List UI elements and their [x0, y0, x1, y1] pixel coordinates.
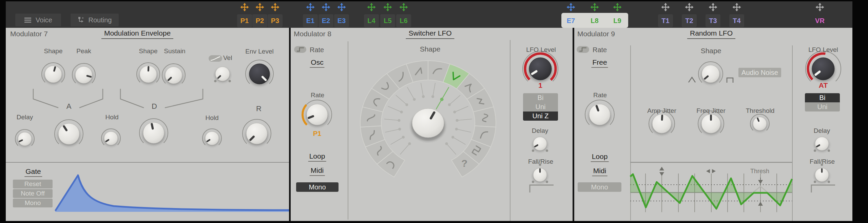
mod9-rate-sync-toggle[interactable] — [577, 46, 589, 53]
tab-label-l4[interactable]: L4 — [364, 14, 379, 27]
tab-label-e1[interactable]: E1 — [303, 14, 318, 27]
tab-p1[interactable]: P1 — [237, 3, 252, 27]
mod7-shape1-knob[interactable] — [42, 63, 65, 84]
tab-label-p2[interactable]: P2 — [252, 14, 267, 27]
mod9-fall-rise-knob[interactable] — [814, 164, 830, 183]
mod8-fall-rise-knob[interactable] — [532, 164, 548, 183]
audio-noise-button[interactable]: Audio Noise — [738, 68, 781, 77]
mod8-midi-selector[interactable]: Midi — [310, 166, 325, 176]
tab-p2[interactable]: P2 — [252, 3, 267, 27]
mod9-polarity-uni[interactable]: Uni — [805, 102, 840, 112]
tab-label-e2[interactable]: E2 — [319, 14, 333, 27]
move-handle-icon[interactable] — [255, 3, 264, 12]
mod9-threshold-knob[interactable] — [750, 114, 769, 131]
move-handle-icon[interactable] — [337, 3, 346, 12]
tab-label-e3[interactable]: E3 — [334, 14, 349, 27]
move-handle-icon[interactable] — [240, 3, 249, 12]
mod8-polarity-uni[interactable]: Uni — [523, 102, 558, 112]
envelope-display[interactable] — [55, 175, 289, 212]
tab-e7[interactable]: E7 — [563, 3, 578, 27]
move-handle-icon[interactable] — [367, 3, 376, 12]
tab-p3[interactable]: P3 — [268, 3, 283, 27]
tab-label-l5[interactable]: L5 — [380, 14, 395, 27]
rate-left-handle[interactable] — [706, 169, 710, 173]
mod7-delay-knob[interactable] — [15, 129, 34, 147]
mod9-rate-knob[interactable] — [585, 100, 614, 127]
mod7-peak-knob[interactable] — [72, 63, 95, 85]
mod7-sustain-knob[interactable] — [162, 64, 185, 85]
move-handle-icon[interactable] — [732, 3, 741, 12]
move-handle-icon[interactable] — [590, 3, 599, 12]
mod8-mono-button[interactable]: Mono — [296, 182, 339, 192]
mod9-rate-mode-selector[interactable]: Free — [591, 58, 608, 68]
tab-label-l8[interactable]: L8 — [587, 14, 602, 27]
move-handle-icon[interactable] — [566, 3, 575, 12]
mod7-shape2-knob[interactable] — [137, 63, 160, 84]
tab-label-t4[interactable]: T4 — [729, 14, 744, 27]
move-handle-icon[interactable] — [271, 3, 279, 12]
mod7-release-knob[interactable] — [243, 119, 271, 146]
move-handle-icon[interactable] — [661, 3, 670, 12]
mod8-polarity-bi[interactable]: Bi — [523, 93, 558, 102]
tab-label-t1[interactable]: T1 — [658, 14, 673, 27]
tab-e1[interactable]: E1 — [303, 3, 318, 27]
mod9-midi-selector[interactable]: Midi — [592, 167, 607, 176]
mod8-delay-knob[interactable] — [532, 137, 548, 152]
mod9-loop-selector[interactable]: Loop — [591, 153, 609, 162]
mod8-lfo-level-knob[interactable] — [523, 51, 558, 82]
rate-right-handle[interactable] — [712, 169, 716, 173]
mod7-env-level-knob[interactable] — [246, 60, 273, 86]
mod7-attack-knob[interactable] — [55, 120, 83, 146]
mod8-rate-mode-selector[interactable]: Osc — [310, 58, 324, 68]
tab-l6[interactable]: L6 — [396, 3, 411, 27]
move-handle-icon[interactable] — [613, 3, 622, 12]
tab-label-vr[interactable]: VR — [812, 14, 827, 27]
gate-selector[interactable]: Gate — [24, 167, 42, 177]
tab-label-e7[interactable]: E7 — [563, 14, 578, 27]
tab-t3[interactable]: T3 — [706, 3, 720, 27]
tab-label-t2[interactable]: T2 — [682, 14, 697, 27]
mod9-shape-knob[interactable] — [698, 62, 723, 84]
tab-l5[interactable]: L5 — [380, 3, 395, 27]
move-handle-icon[interactable] — [306, 3, 315, 12]
mod7-decay-knob[interactable] — [139, 119, 168, 145]
tab-label-l9[interactable]: L9 — [610, 14, 625, 27]
mod7-hold2-knob[interactable] — [202, 129, 221, 146]
tab-t1[interactable]: T1 — [658, 3, 673, 27]
tab-l9[interactable]: L9 — [610, 3, 625, 27]
move-handle-icon[interactable] — [322, 3, 330, 12]
move-handle-icon[interactable] — [399, 3, 408, 12]
mod8-rate-sync-toggle[interactable] — [294, 46, 306, 53]
tab-e3[interactable]: E3 — [334, 3, 349, 27]
move-handle-icon[interactable] — [815, 3, 824, 12]
mod8-shape-selector-knob[interactable] — [411, 108, 445, 141]
mod9-delay-knob[interactable] — [814, 137, 830, 152]
move-handle-icon[interactable] — [685, 3, 694, 12]
mod8-rate-knob[interactable] — [303, 100, 332, 127]
amplitude-down-handle[interactable] — [659, 172, 664, 176]
move-handle-icon[interactable] — [383, 3, 392, 12]
mod9-polarity-bi[interactable]: Bi — [805, 93, 840, 102]
mod8-loop-selector[interactable]: Loop — [308, 152, 326, 162]
mod8-polarity-uni-z[interactable]: Uni Z — [523, 112, 558, 121]
mod7-vel-knob[interactable] — [214, 67, 231, 82]
tab-label-p1[interactable]: P1 — [237, 14, 252, 27]
voice-button[interactable]: Voice — [15, 14, 61, 26]
amplitude-up-handle[interactable] — [659, 167, 664, 170]
mod9-lfo-level-knob[interactable] — [806, 51, 841, 82]
gate-mono-button[interactable]: Mono — [13, 199, 53, 207]
routing-button[interactable]: Routing — [71, 14, 119, 26]
tab-label-t3[interactable]: T3 — [706, 14, 720, 27]
gate-reset-button[interactable]: Reset — [13, 180, 53, 188]
tab-vr[interactable]: VR — [812, 3, 827, 27]
tab-label-l6[interactable]: L6 — [396, 14, 411, 27]
tab-e2[interactable]: E2 — [319, 3, 333, 27]
tab-t2[interactable]: T2 — [682, 3, 697, 27]
tab-l8[interactable]: L8 — [587, 3, 602, 27]
gate-note-off-button[interactable]: Note Off — [13, 189, 53, 198]
thresh-lower-handle[interactable] — [758, 202, 763, 206]
thresh-upper-handle[interactable] — [758, 180, 763, 184]
tab-l4[interactable]: L4 — [364, 3, 379, 27]
mod9-mono-button[interactable]: Mono — [578, 182, 621, 192]
tab-label-p3[interactable]: P3 — [268, 14, 283, 27]
